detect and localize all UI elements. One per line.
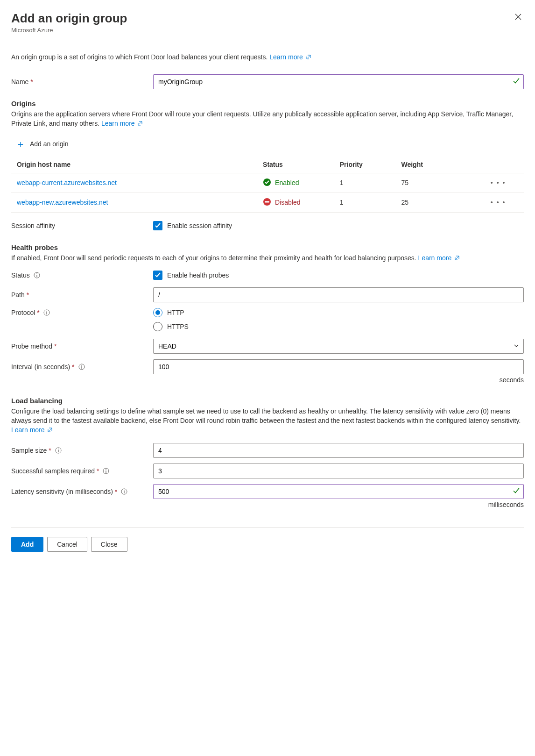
path-label: Path <box>11 291 25 299</box>
path-input[interactable] <box>153 287 524 302</box>
svg-rect-8 <box>46 312 47 314</box>
row-more-menu[interactable]: • • • <box>472 193 524 212</box>
latency-input[interactable] <box>153 484 524 499</box>
info-icon[interactable] <box>55 447 62 454</box>
protocol-http-label: HTTP <box>167 309 184 316</box>
latency-unit: milliseconds <box>11 501 524 508</box>
intro-learn-more-link[interactable]: Learn more <box>269 53 311 61</box>
name-label: Name <box>11 78 28 86</box>
origins-desc-text: Origins are the application servers wher… <box>11 110 513 127</box>
health-probes-checkbox[interactable] <box>153 271 162 280</box>
sample-size-input[interactable] <box>153 443 524 458</box>
name-input[interactable] <box>153 74 524 89</box>
info-icon[interactable] <box>121 488 127 495</box>
add-origin-label: Add an origin <box>30 140 69 148</box>
load-balancing-heading: Load balancing <box>11 397 524 405</box>
origins-learn-more-label: Learn more <box>101 120 135 127</box>
col-weight: Weight <box>395 156 472 173</box>
origins-description: Origins are the application servers wher… <box>11 109 524 129</box>
origin-status-text: Enabled <box>275 179 299 186</box>
svg-rect-20 <box>124 491 125 493</box>
info-icon[interactable] <box>34 272 40 278</box>
close-icon[interactable] <box>513 11 524 25</box>
info-icon[interactable] <box>103 468 109 474</box>
protocol-https-radio[interactable]: HTTPS <box>153 322 524 331</box>
add-button[interactable]: Add <box>11 537 43 552</box>
origin-host-link[interactable]: webapp-current.azurewebsites.net <box>17 179 117 186</box>
info-icon[interactable] <box>43 309 50 316</box>
required-asterisk: * <box>115 488 117 495</box>
protocol-https-label: HTTPS <box>167 323 189 330</box>
health-probes-learn-more-link[interactable]: Learn more <box>418 254 460 262</box>
origins-learn-more-link[interactable]: Learn more <box>101 120 143 127</box>
interval-label: Interval (in seconds) <box>11 363 70 371</box>
svg-rect-17 <box>106 471 106 473</box>
health-probes-heading: Health probes <box>11 243 524 251</box>
cancel-button[interactable]: Cancel <box>47 537 87 552</box>
col-host: Origin host name <box>11 156 257 173</box>
external-link-icon <box>47 426 53 435</box>
protocol-http-radio[interactable]: HTTP <box>153 308 524 317</box>
svg-point-13 <box>58 449 59 449</box>
close-button[interactable]: Close <box>91 537 127 552</box>
probe-method-select[interactable] <box>153 339 524 354</box>
health-probes-description: If enabled, Front Door will send periodi… <box>11 253 524 263</box>
svg-rect-2 <box>265 201 269 202</box>
page-subtitle: Microsoft Azure <box>11 27 127 34</box>
table-row: webapp-current.azurewebsites.netEnabled1… <box>11 173 524 193</box>
svg-rect-5 <box>36 275 37 277</box>
session-affinity-label: Session affinity <box>11 222 55 229</box>
add-origin-button[interactable]: ＋ Add an origin <box>11 136 70 151</box>
interval-input[interactable] <box>153 359 524 374</box>
required-asterisk: * <box>97 467 99 475</box>
external-link-icon <box>454 254 460 263</box>
origin-weight: 25 <box>395 193 472 212</box>
origin-priority: 1 <box>334 193 396 212</box>
intro-text: An origin group is a set of origins to w… <box>11 53 524 61</box>
required-asterisk: * <box>30 78 33 86</box>
intro-learn-more-label: Learn more <box>269 53 303 61</box>
load-balancing-learn-more-label: Learn more <box>11 426 45 434</box>
load-balancing-description: Configure the load balancing settings to… <box>11 407 524 435</box>
col-priority: Priority <box>334 156 396 173</box>
status-enabled-icon <box>263 178 271 188</box>
required-asterisk: * <box>72 363 74 371</box>
load-balancing-desc-text: Configure the load balancing settings to… <box>11 407 521 424</box>
latency-label: Latency sensitivity (in milliseconds) <box>11 488 113 495</box>
required-asterisk: * <box>27 291 29 299</box>
session-affinity-checkbox[interactable] <box>153 221 162 230</box>
origin-host-link[interactable]: webapp-new.azurewebsites.net <box>17 199 108 206</box>
status-label: Status <box>11 271 30 279</box>
row-more-menu[interactable]: • • • <box>472 173 524 193</box>
origin-status-text: Disabled <box>275 199 300 206</box>
required-asterisk: * <box>54 342 56 350</box>
external-link-icon <box>306 54 311 61</box>
origin-priority: 1 <box>334 173 396 193</box>
interval-unit: seconds <box>11 376 524 384</box>
svg-point-16 <box>106 469 107 470</box>
required-asterisk: * <box>37 309 39 316</box>
session-affinity-checkbox-label: Enable session affinity <box>167 222 232 229</box>
table-row: webapp-new.azurewebsites.netDisabled125•… <box>11 193 524 212</box>
svg-point-7 <box>46 311 47 312</box>
intro-copy: An origin group is a set of origins to w… <box>11 53 269 61</box>
info-icon[interactable] <box>78 364 85 370</box>
svg-rect-14 <box>58 450 58 452</box>
origins-table: Origin host name Status Priority Weight … <box>11 156 524 213</box>
successful-samples-label: Successful samples required <box>11 467 95 475</box>
svg-point-19 <box>124 490 125 491</box>
origins-heading: Origins <box>11 100 524 107</box>
health-probes-learn-more-label: Learn more <box>418 254 452 262</box>
load-balancing-learn-more-link[interactable]: Learn more <box>11 426 53 434</box>
external-link-icon <box>137 119 143 128</box>
health-probes-desc-text: If enabled, Front Door will send periodi… <box>11 254 418 262</box>
status-disabled-icon <box>263 198 271 207</box>
required-asterisk: * <box>49 447 51 454</box>
sample-size-label: Sample size <box>11 447 47 454</box>
probe-method-label: Probe method <box>11 342 52 350</box>
svg-point-10 <box>81 365 82 366</box>
svg-rect-11 <box>81 366 82 369</box>
page-title: Add an origin group <box>11 11 127 26</box>
successful-samples-input[interactable] <box>153 464 524 478</box>
origin-weight: 75 <box>395 173 472 193</box>
